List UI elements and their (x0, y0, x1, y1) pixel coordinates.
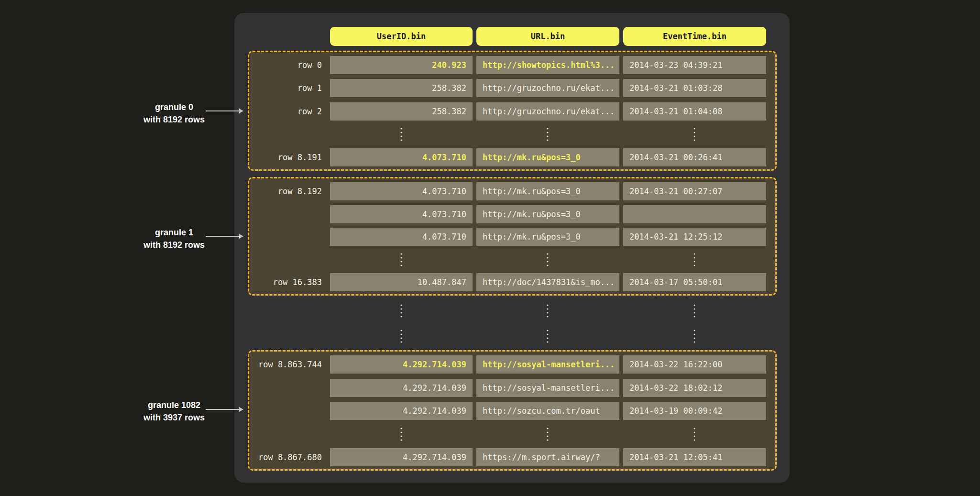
cell-userid: 4.292.714.039 (330, 355, 473, 374)
cell-eventtime: 2014-03-21 00:27:07 (623, 182, 766, 200)
cell-eventtime: 2014-03-22 16:22:00 (623, 355, 766, 374)
table-row: row 16.383 10.487.847 http://doc/1437831… (249, 273, 775, 291)
table-row: 4.073.710 http://mk.ru&pos=3_0 (249, 205, 775, 223)
row-label: row 0 (249, 56, 322, 74)
granule-1-label: granule 1 with 8192 rows (114, 226, 234, 251)
ellipsis-row (249, 125, 775, 143)
vertical-ellipsis-icon (547, 305, 549, 318)
vertical-ellipsis-icon (694, 428, 695, 441)
granule-0-box: row 0 240.923 http://showtopics.html%3..… (248, 51, 777, 171)
cell-userid: 4.292.714.039 (330, 379, 473, 397)
granules-diagram: UserID.bin URL.bin EventTime.bin row 0 2… (0, 0, 980, 496)
cell-url: http://mk.ru&pos=3_0 (476, 148, 619, 166)
ellipsis-row (249, 425, 775, 443)
cell-userid: 258.382 (330, 102, 473, 121)
granule-1082-arrow-icon (206, 407, 243, 412)
vertical-ellipsis-icon (401, 305, 402, 318)
vertical-ellipsis-icon (547, 330, 549, 343)
cell-url: http://gruzochno.ru/ekat... (476, 79, 619, 97)
cell-userid: 4.073.710 (330, 228, 473, 246)
row-label: row 8.192 (249, 182, 322, 200)
cell-userid: 10.487.847 (330, 273, 473, 291)
row-label: row 8.863.744 (249, 355, 322, 374)
cell-eventtime: 2014-03-22 18:02:12 (623, 379, 766, 397)
row-label: row 16.383 (249, 273, 322, 291)
vertical-ellipsis-icon (547, 253, 549, 266)
cell-eventtime: 2014-03-21 00:26:41 (623, 148, 766, 166)
column-files-card: UserID.bin URL.bin EventTime.bin row 0 2… (234, 13, 790, 483)
ellipsis-row (249, 251, 775, 269)
row-label: row 8.191 (249, 148, 322, 166)
granule-1-label-line2: with 8192 rows (114, 239, 234, 251)
cell-userid: 4.292.714.039 (330, 448, 473, 466)
column-header-userid-bin: UserID.bin (330, 27, 473, 46)
vertical-ellipsis-icon (401, 428, 402, 441)
cell-userid: 258.382 (330, 79, 473, 97)
granule-1082-box: row 8.863.744 4.292.714.039 http://sosya… (248, 350, 777, 471)
cell-eventtime: 2014-03-21 12:05:41 (623, 448, 766, 466)
cell-eventtime: 2014-03-19 00:09:42 (623, 402, 766, 420)
cell-url: http://mk.ru&pos=3_0 (476, 228, 619, 246)
table-row: row 1 258.382 http://gruzochno.ru/ekat..… (249, 79, 775, 97)
row-label: row 1 (249, 79, 322, 97)
cell-url: http://doc/1437831&is_mo... (476, 273, 619, 291)
vertical-ellipsis-icon (694, 305, 695, 318)
cell-userid: 4.292.714.039 (330, 402, 473, 420)
cell-eventtime: 2014-03-21 01:03:28 (623, 79, 766, 97)
cell-eventtime-empty (623, 205, 766, 223)
cell-url: http://sozcu.com.tr/oaut (476, 402, 619, 420)
row-label: row 8.867.680 (249, 448, 322, 466)
cell-userid: 4.073.710 (330, 182, 473, 200)
column-header-url-bin: URL.bin (476, 27, 619, 46)
cell-url: http://mk.ru&pos=3_0 (476, 182, 619, 200)
table-row: row 2 258.382 http://gruzochno.ru/ekat..… (249, 102, 775, 121)
cell-userid: 4.073.710 (330, 148, 473, 166)
column-header-eventtime-bin: EventTime.bin (623, 27, 766, 46)
vertical-ellipsis-icon (694, 128, 695, 141)
vertical-ellipsis-icon (547, 128, 549, 141)
granule-0-arrow-icon (206, 109, 243, 113)
cell-userid: 240.923 (330, 56, 473, 74)
granule-1-arrow-icon (206, 234, 243, 239)
cell-url: http://mk.ru&pos=3_0 (476, 205, 619, 223)
cell-url: http://sosyal-mansetleri... (476, 379, 619, 397)
vertical-ellipsis-icon (401, 330, 402, 343)
cell-url: https://m.sport.airway/? (476, 448, 619, 466)
granule-1-box: row 8.192 4.073.710 http://mk.ru&pos=3_0… (248, 177, 777, 296)
vertical-ellipsis-icon (401, 128, 402, 141)
cell-url: http://gruzochno.ru/ekat... (476, 102, 619, 121)
granule-1082-label-line2: with 3937 rows (114, 411, 234, 424)
table-row: row 8.867.680 4.292.714.039 https://m.sp… (249, 448, 775, 466)
table-row: row 8.192 4.073.710 http://mk.ru&pos=3_0… (249, 182, 775, 200)
vertical-ellipsis-icon (547, 428, 549, 441)
cell-eventtime: 2014-03-23 04:39:21 (623, 56, 766, 74)
vertical-ellipsis-icon (694, 330, 695, 343)
cell-url: http://sosyal-mansetleri... (476, 355, 619, 374)
table-row: row 8.191 4.073.710 http://mk.ru&pos=3_0… (249, 148, 775, 166)
cell-url: http://showtopics.html%3... (476, 56, 619, 74)
table-row: row 0 240.923 http://showtopics.html%3..… (249, 56, 775, 74)
row-label: row 2 (249, 102, 322, 121)
table-row: 4.292.714.039 http://sozcu.com.tr/oaut 2… (249, 402, 775, 420)
table-row: row 8.863.744 4.292.714.039 http://sosya… (249, 355, 775, 374)
cell-eventtime: 2014-03-17 05:50:01 (623, 273, 766, 291)
cell-userid: 4.073.710 (330, 205, 473, 223)
granule-0-label-line2: with 8192 rows (114, 113, 234, 126)
cell-eventtime: 2014-03-21 01:04:08 (623, 102, 766, 121)
table-row: 4.292.714.039 http://sosyal-mansetleri..… (249, 379, 775, 397)
table-row: 4.073.710 http://mk.ru&pos=3_0 2014-03-2… (249, 228, 775, 246)
vertical-ellipsis-icon (694, 253, 695, 266)
vertical-ellipsis-icon (401, 253, 402, 266)
granule-0-label: granule 0 with 8192 rows (114, 101, 234, 126)
cell-eventtime: 2014-03-21 12:25:12 (623, 228, 766, 246)
